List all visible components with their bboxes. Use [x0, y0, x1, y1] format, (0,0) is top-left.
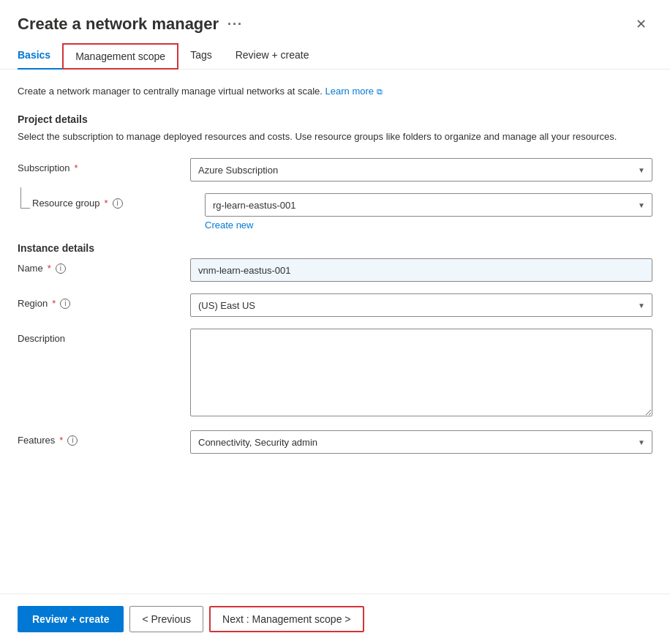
region-info-icon[interactable]: i	[60, 299, 70, 309]
subscription-required: *	[75, 162, 78, 173]
intro-text: Create a network manager to centrally ma…	[18, 84, 652, 99]
project-details-title: Project details	[18, 113, 652, 125]
name-label: Name * i	[18, 258, 178, 274]
region-row: Region * i (US) East US ▼	[18, 293, 652, 317]
create-new-link[interactable]: Create new	[205, 220, 652, 231]
resource-group-control: rg-learn-eastus-001 ▼ Create new	[205, 193, 652, 231]
learn-more-link[interactable]: Learn more ⧉	[325, 84, 383, 99]
dialog-title: Create a network manager ···	[18, 15, 243, 34]
name-required: *	[48, 263, 51, 274]
subscription-select-wrapper: Azure Subscription ▼	[190, 158, 652, 181]
resource-group-required: *	[105, 198, 108, 209]
name-input[interactable]	[190, 258, 652, 282]
description-row: Description	[18, 329, 652, 419]
resource-group-select-wrapper: rg-learn-eastus-001 ▼	[205, 193, 652, 217]
tab-basics[interactable]: Basics	[18, 43, 62, 70]
name-info-icon[interactable]: i	[56, 263, 66, 274]
features-row: Features * i Connectivity, Security admi…	[18, 430, 652, 454]
dialog-header: Create a network manager ··· ✕	[0, 0, 670, 34]
review-create-button[interactable]: Review + create	[18, 606, 124, 632]
features-control: Connectivity, Security admin ▼	[190, 430, 652, 454]
description-textarea[interactable]	[190, 329, 652, 416]
description-label: Description	[18, 329, 178, 344]
features-select[interactable]: Connectivity, Security admin	[190, 430, 652, 454]
tab-review-create[interactable]: Review + create	[224, 43, 321, 70]
next-button[interactable]: Next : Management scope >	[209, 606, 364, 632]
region-select-wrapper: (US) East US ▼	[190, 293, 652, 317]
resource-group-label: Resource group * i	[32, 193, 193, 209]
name-control	[190, 258, 652, 282]
features-info-icon[interactable]: i	[67, 435, 78, 446]
previous-button[interactable]: < Previous	[129, 606, 203, 632]
external-link-icon: ⧉	[377, 86, 383, 98]
region-select[interactable]: (US) East US	[190, 293, 652, 317]
name-row: Name * i	[18, 258, 652, 282]
resource-group-info-icon[interactable]: i	[113, 198, 123, 209]
subscription-label: Subscription *	[18, 158, 178, 173]
dialog-footer: Review + create < Previous Next : Manage…	[0, 594, 670, 644]
instance-details-title: Instance details	[18, 242, 652, 254]
resource-group-row: Resource group * i rg-learn-eastus-001 ▼…	[18, 193, 652, 231]
create-network-manager-dialog: Create a network manager ··· ✕ Basics Ma…	[0, 0, 670, 644]
dialog-title-text: Create a network manager	[18, 15, 219, 34]
project-details-section: Project details Select the subscription …	[18, 113, 652, 144]
instance-details-section: Instance details	[18, 242, 652, 254]
form-content: Create a network manager to centrally ma…	[0, 70, 670, 594]
features-label: Features * i	[18, 430, 178, 446]
region-label: Region * i	[18, 293, 178, 309]
project-details-desc: Select the subscription to manage deploy…	[18, 130, 652, 144]
subscription-control: Azure Subscription ▼	[190, 158, 652, 181]
tab-management-scope[interactable]: Management scope	[62, 43, 178, 70]
region-required: *	[52, 298, 56, 309]
tab-bar: Basics Management scope Tags Review + cr…	[0, 34, 670, 70]
features-select-wrapper: Connectivity, Security admin ▼	[190, 430, 652, 454]
tab-tags[interactable]: Tags	[178, 43, 224, 70]
subscription-select[interactable]: Azure Subscription	[190, 158, 652, 181]
description-control	[190, 329, 652, 419]
close-button[interactable]: ✕	[630, 15, 652, 34]
dialog-title-dots: ···	[227, 17, 243, 32]
features-required: *	[59, 435, 63, 446]
subscription-row: Subscription * Azure Subscription ▼	[18, 158, 652, 181]
region-control: (US) East US ▼	[190, 293, 652, 317]
resource-group-select[interactable]: rg-learn-eastus-001	[205, 193, 652, 217]
